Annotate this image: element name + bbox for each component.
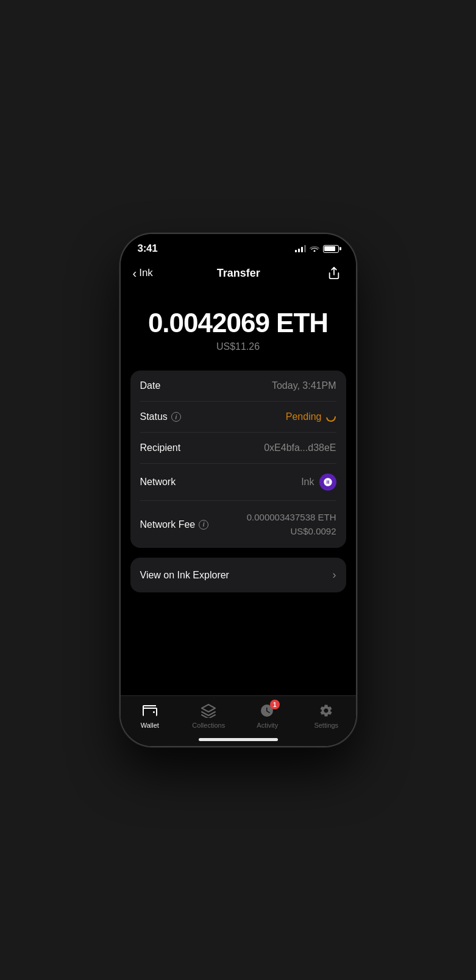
date-value: Today, 3:41PM bbox=[272, 380, 336, 391]
primary-amount: 0.0042069 ETH bbox=[130, 308, 346, 338]
fee-label: Network Fee i bbox=[140, 519, 209, 530]
date-label: Date bbox=[140, 380, 161, 391]
wallet-icon bbox=[141, 702, 158, 719]
status-icons bbox=[295, 244, 339, 254]
dynamic-island bbox=[202, 241, 275, 262]
share-button[interactable] bbox=[324, 263, 344, 283]
back-chevron-icon: ‹ bbox=[133, 267, 137, 279]
network-label: Network bbox=[140, 477, 176, 488]
status-label: Status i bbox=[140, 411, 181, 422]
fee-value: 0.000003437538 ETH US$0.0092 bbox=[247, 511, 336, 538]
pending-spinner-icon bbox=[325, 411, 336, 422]
pending-text: Pending bbox=[286, 411, 322, 422]
details-card: Date Today, 3:41PM Status i Pending bbox=[130, 371, 346, 548]
activity-badge: 1 bbox=[270, 700, 280, 709]
battery-icon bbox=[323, 245, 339, 253]
activity-icon: 1 bbox=[259, 702, 276, 719]
status-info-icon[interactable]: i bbox=[171, 412, 181, 422]
screen: 3:41 bbox=[121, 234, 356, 746]
tab-wallet[interactable]: Wallet bbox=[129, 702, 171, 729]
ink-network-badge bbox=[319, 474, 336, 491]
status-row: Status i Pending bbox=[140, 402, 336, 433]
nav-header: ‹ Ink Transfer bbox=[121, 258, 356, 290]
network-row: Network Ink bbox=[140, 464, 336, 501]
status-value: Pending bbox=[286, 411, 336, 422]
svg-point-1 bbox=[327, 413, 335, 421]
secondary-amount: US$11.26 bbox=[130, 341, 346, 352]
wallet-tab-label: Wallet bbox=[141, 722, 159, 729]
fee-usd: US$0.0092 bbox=[290, 526, 336, 536]
status-time: 3:41 bbox=[138, 243, 158, 255]
battery-fill bbox=[324, 246, 335, 251]
explorer-chevron-icon: › bbox=[333, 569, 336, 581]
network-value: Ink bbox=[301, 474, 336, 491]
recipient-label: Recipient bbox=[140, 442, 181, 453]
wifi-icon bbox=[310, 244, 319, 254]
back-label: Ink bbox=[139, 267, 153, 279]
network-text: Ink bbox=[301, 477, 314, 488]
phone-frame: 3:41 bbox=[119, 233, 357, 747]
home-indicator bbox=[199, 738, 278, 741]
explorer-label: View on Ink Explorer bbox=[140, 570, 229, 581]
settings-icon bbox=[318, 702, 335, 719]
fee-info-icon[interactable]: i bbox=[199, 520, 208, 530]
recipient-value: 0xE4bfa...d38eE bbox=[264, 442, 336, 453]
page-title: Transfer bbox=[217, 267, 260, 280]
recipient-row: Recipient 0xE4bfa...d38eE bbox=[140, 433, 336, 464]
tab-collections[interactable]: Collections bbox=[187, 702, 230, 729]
fee-row: Network Fee i 0.000003437538 ETH US$0.00… bbox=[140, 501, 336, 548]
tab-activity[interactable]: 1 Activity bbox=[246, 702, 289, 729]
back-button[interactable]: ‹ Ink bbox=[133, 267, 153, 279]
explorer-button[interactable]: View on Ink Explorer › bbox=[130, 558, 346, 592]
settings-tab-label: Settings bbox=[314, 722, 338, 729]
date-row: Date Today, 3:41PM bbox=[140, 371, 336, 402]
collections-tab-label: Collections bbox=[192, 722, 225, 729]
signal-bars-icon bbox=[295, 245, 306, 252]
collections-icon bbox=[200, 702, 217, 719]
amount-section: 0.0042069 ETH US$11.26 bbox=[130, 302, 346, 371]
fee-eth: 0.000003437538 ETH bbox=[247, 512, 336, 522]
tab-settings[interactable]: Settings bbox=[305, 702, 347, 729]
activity-tab-label: Activity bbox=[257, 722, 278, 729]
main-content: 0.0042069 ETH US$11.26 Date Today, 3:41P… bbox=[121, 290, 356, 695]
